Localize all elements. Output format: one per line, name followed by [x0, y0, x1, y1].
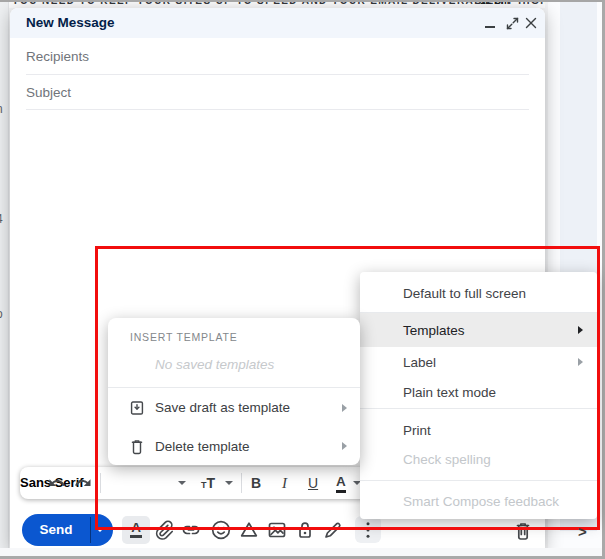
menu-item-label: Save draft as template: [155, 400, 290, 415]
submenu-arrow-icon: [342, 442, 347, 450]
close-icon[interactable]: [521, 13, 541, 33]
formatting-options-button[interactable]: A: [122, 516, 150, 544]
send-label: Send: [22, 514, 90, 546]
trash-icon: [127, 436, 147, 456]
text-color-button[interactable]: A: [336, 472, 346, 493]
menu-item-label: Delete template: [155, 439, 250, 454]
window-edge-top: [0, 0, 605, 2]
toolbar-divider: [100, 473, 101, 493]
menu-item-label: Plain text mode: [403, 385, 496, 400]
image-icon: [265, 518, 289, 542]
menu-item-check-spelling: Check spelling: [360, 445, 597, 473]
edge-text-fragment: 4: [0, 212, 3, 226]
submenu-arrow-icon: [578, 326, 583, 334]
insert-emoji-button[interactable]: [209, 518, 233, 542]
menu-item-label: Check spelling: [403, 452, 491, 467]
submenu-arrow-icon: [342, 404, 347, 412]
insert-template-header: INSERT TEMPLATE: [130, 331, 238, 343]
attach-files-button[interactable]: [151, 518, 175, 542]
menu-item-delete-template[interactable]: Delete template: [108, 427, 360, 465]
menu-item-save-draft-as-template[interactable]: Save draft as template: [108, 388, 360, 427]
link-icon: [179, 518, 203, 542]
screen: YOU NEED TO KEEP YOUR SITES UP TO SPEED …: [0, 0, 605, 559]
compose-title: New Message: [26, 8, 115, 38]
menu-item-label: Smart Compose feedback: [403, 494, 559, 509]
insert-signature-button[interactable]: [321, 518, 345, 542]
vertical-dots-icon: [356, 518, 380, 542]
underline-button[interactable]: U: [308, 467, 318, 499]
save-template-icon: [127, 398, 147, 418]
insert-photo-button[interactable]: [265, 518, 289, 542]
clipped-background-text-right: 12 Bill: [480, 2, 509, 6]
insert-link-button[interactable]: [179, 518, 203, 542]
chevron-down-icon[interactable]: [178, 481, 186, 485]
recipients-field[interactable]: Recipients: [26, 38, 529, 75]
annotation-arrow: >: [578, 523, 587, 540]
menu-item-smart-compose-feedback: Smart Compose feedback: [360, 487, 597, 515]
menu-item-label: Default to full screen: [403, 286, 526, 301]
minimize-icon[interactable]: [480, 13, 500, 33]
menu-separator: [360, 480, 597, 481]
toolbar-divider: [241, 473, 242, 493]
menu-item-label-option[interactable]: Label: [360, 347, 597, 377]
menu-item-print[interactable]: Print: [360, 415, 597, 445]
chevron-down-icon[interactable]: [225, 481, 233, 485]
discard-draft-button[interactable]: [511, 518, 535, 542]
edge-text-fragment: o: [0, 307, 3, 321]
menu-separator: [360, 408, 597, 409]
size-large-glyph: T: [207, 475, 216, 491]
paperclip-icon: [157, 521, 173, 539]
text-size-button[interactable]: TT: [201, 467, 215, 499]
clipped-background-text: YOU NEED TO KEEP YOUR SITES UP TO SPEED …: [12, 2, 545, 6]
no-saved-templates-text: No saved templates: [155, 357, 274, 372]
emoji-icon: [209, 518, 233, 542]
drive-triangle-icon: [242, 523, 257, 536]
insert-from-drive-button[interactable]: [237, 518, 261, 542]
clipped-background-page-left: n t 4 r o f: [0, 2, 9, 556]
subject-field[interactable]: Subject: [26, 75, 529, 110]
trash-icon: [511, 518, 535, 542]
bold-button[interactable]: B: [251, 467, 261, 499]
expand-icon[interactable]: [502, 13, 522, 33]
background-strip-bottom: [0, 548, 602, 556]
send-options-chevron-icon[interactable]: [96, 528, 104, 532]
text-color-glyph: A: [336, 474, 346, 493]
redo-icon[interactable]: [74, 474, 92, 492]
menu-item-plain-text-mode[interactable]: Plain text mode: [360, 377, 597, 408]
undo-icon[interactable]: [48, 474, 66, 492]
submenu-arrow-icon: [578, 358, 583, 366]
menu-item-templates[interactable]: Templates: [360, 313, 597, 347]
subject-placeholder: Subject: [26, 85, 71, 100]
recipients-placeholder: Recipients: [26, 49, 89, 64]
compose-header[interactable]: New Message: [10, 8, 545, 38]
lock-icon: [293, 518, 317, 542]
formatting-a-icon: A: [130, 520, 142, 538]
italic-button[interactable]: I: [282, 467, 287, 499]
pen-icon: [326, 523, 340, 537]
menu-item-label: Templates: [403, 323, 465, 338]
menu-item-default-to-full-screen[interactable]: Default to full screen: [360, 274, 597, 312]
templates-submenu: INSERT TEMPLATE No saved templates Save …: [108, 318, 360, 465]
send-split-divider: [90, 517, 91, 543]
more-options-button[interactable]: [355, 516, 381, 543]
confidential-mode-button[interactable]: [293, 518, 317, 542]
more-options-menu: Default to full screen Templates Label P…: [360, 272, 597, 519]
menu-item-label: Label: [403, 355, 436, 370]
menu-item-label: Print: [403, 423, 431, 438]
send-button[interactable]: Send: [22, 514, 113, 546]
edge-text-fragment: n: [0, 102, 3, 116]
